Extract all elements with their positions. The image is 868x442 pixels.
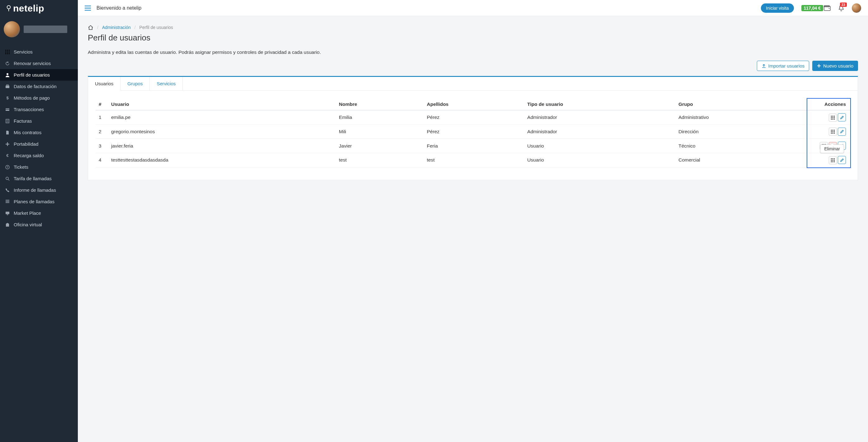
sidebar-item-recarga-saldo[interactable]: €Recarga saldo [0,150,78,161]
svg-rect-8 [7,53,8,54]
svg-rect-2 [7,50,8,51]
sidebar-item-label: Tickets [14,164,28,170]
sidebar-item-perfil-de-usuarios[interactable]: Perfil de usuarios [0,69,78,81]
sidebar-item-tarifa-de-llamadas[interactable]: Tarifa de llamadas [0,173,78,184]
row-edit-button[interactable] [838,113,846,121]
svg-rect-57 [831,158,832,159]
logo-pin-icon [6,5,11,12]
notifications-button[interactable]: 23 [838,5,844,11]
svg-rect-58 [833,158,833,159]
office-icon [5,223,10,227]
cell-name: Javier [336,139,424,153]
tab-services[interactable]: Servicios [150,77,183,90]
svg-rect-62 [834,160,835,161]
sidebar-item-label: Market Place [14,211,41,216]
row-grid-button[interactable] [829,128,837,136]
cell-actions [807,125,850,139]
sidebar-item-label: Mis contratos [14,130,41,135]
row-grid-button[interactable] [829,114,837,122]
menu-toggle-icon[interactable] [85,6,91,10]
phone-icon [5,188,10,192]
sidebar-item-portabilidad[interactable]: Portabilidad [0,138,78,150]
sidebar-item-mis-contratos[interactable]: Mis contratos [0,127,78,138]
cell-num: 2 [96,125,108,139]
cell-num: 4 [96,153,108,167]
dollar-icon: $ [5,96,10,100]
svg-point-29 [829,8,830,9]
sidebar-item-métodos-de-pago[interactable]: $Métodos de pago [0,92,78,104]
sidebar-item-planes-de-llamadas[interactable]: Planes de llamadas [0,196,78,207]
cell-surname: Pérez [424,125,524,139]
svg-point-0 [7,6,10,9]
svg-rect-39 [831,130,832,131]
sidebar-item-label: Planes de llamadas [14,199,55,204]
euro-icon: € [5,154,10,158]
monitor-icon [5,211,10,215]
col-surname: Apellidos [424,99,524,110]
cell-actions [807,110,850,125]
cell-user: testtesttestasdasdasdasda [108,153,336,167]
sidebar-item-transacciones[interactable]: Transacciones [0,104,78,115]
sidebar-item-label: Perfil de usuarios [14,72,50,77]
sidebar-item-market-place[interactable]: Market Place [0,207,78,219]
tabs: Usuarios Grupos Servicios [88,77,858,91]
svg-rect-44 [834,131,835,132]
svg-rect-47 [834,133,835,134]
new-user-label: Nuevo usuario [823,63,854,68]
plus-icon [817,64,821,68]
sidebar-item-facturas[interactable]: Facturas [0,115,78,127]
svg-rect-11 [6,86,9,88]
svg-rect-40 [833,130,833,131]
cell-user: emilia.pe [108,110,336,125]
logo[interactable]: netelip [0,0,78,15]
notification-badge: 23 [840,2,847,7]
sidebar-item-oficina-virtual[interactable]: Oficina virtual [0,219,78,230]
import-users-button[interactable]: Importar usuarios [757,61,809,71]
svg-rect-4 [5,51,6,52]
page-description: Administra y edita las cuentas de usuari… [88,50,858,55]
svg-rect-22 [6,201,9,202]
svg-rect-46 [833,133,833,134]
cell-name: test [336,153,424,167]
svg-rect-5 [7,51,8,52]
start-visit-button[interactable]: Iniciar visita [761,3,794,13]
sidebar-item-renovar-servicios[interactable]: Renovar servicios [0,58,78,69]
tab-users[interactable]: Usuarios [88,77,121,91]
home-icon[interactable] [88,25,93,30]
tab-groups[interactable]: Grupos [121,77,150,90]
sidebar-item-informe-de-llamadas[interactable]: Informe de llamadas [0,184,78,196]
svg-rect-45 [831,133,832,134]
svg-text:$: $ [6,96,9,100]
plus-icon [5,142,10,146]
header-avatar[interactable] [852,3,861,13]
profile-name-redacted [24,26,67,33]
balance-widget[interactable]: 117,04 € [801,5,831,11]
row-edit-button[interactable] [838,128,846,136]
svg-rect-42 [831,131,832,132]
sidebar-item-label: Facturas [14,118,32,124]
svg-rect-26 [6,224,9,227]
cell-user: javier.feria [108,139,336,153]
row-edit-button[interactable] [838,156,846,164]
svg-rect-21 [6,202,9,203]
breadcrumb-admin-link[interactable]: Administración [102,25,131,30]
new-user-button[interactable]: Nuevo usuario [812,61,858,71]
breadcrumb-sep: / [97,25,98,30]
sidebar-item-datos-de-facturación[interactable]: Datos de facturación [0,81,78,92]
svg-point-10 [6,73,8,75]
svg-rect-43 [833,131,833,132]
svg-rect-63 [831,161,832,162]
col-user: Usuario [108,99,336,110]
sidebar-profile[interactable] [0,15,78,46]
svg-rect-33 [831,117,832,118]
header: Bienvenido a netelip Iniciar visita 117,… [78,0,868,16]
cell-surname: Feria [424,139,524,153]
sidebar-item-tickets[interactable]: ?Tickets [0,161,78,173]
card-icon [5,107,10,112]
svg-rect-9 [9,53,10,54]
row-grid-button[interactable] [829,156,837,164]
col-type: Tipo de usuario [524,99,676,110]
cell-surname: Pérez [424,110,524,125]
sidebar-item-servicios[interactable]: Servicios [0,46,78,58]
cell-type: Administrador [524,110,676,125]
